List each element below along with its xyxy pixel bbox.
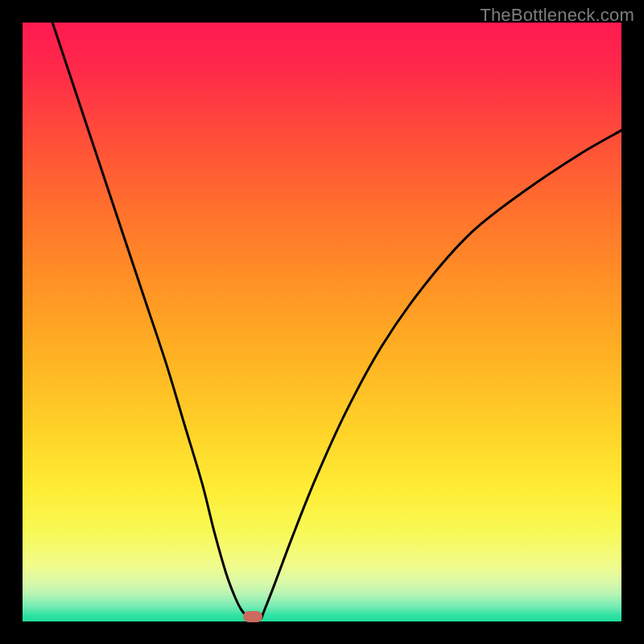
optimum-marker: [243, 611, 262, 622]
plot-area: [23, 23, 621, 621]
chart-frame: TheBottleneck.com: [0, 0, 644, 644]
watermark-text: TheBottleneck.com: [480, 5, 634, 26]
bottleneck-curve: [23, 23, 621, 621]
